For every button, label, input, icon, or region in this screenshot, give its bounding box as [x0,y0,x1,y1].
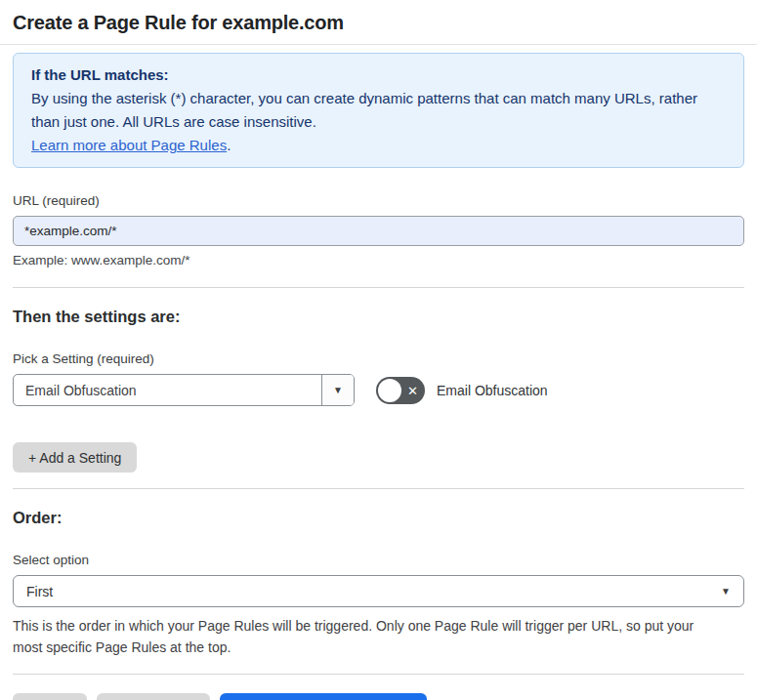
dropdown-arrow-icon: ▼ [333,386,343,395]
toggle-off-x-icon: ✕ [407,384,418,396]
order-helper-text: This is the order in which your Page Rul… [13,615,726,658]
cancel-button[interactable]: Cancel [13,693,87,700]
email-obfuscation-toggle[interactable]: ✕ [376,377,425,404]
section-divider [13,287,744,288]
order-section-heading: Order: [13,509,744,527]
url-field-label: URL (required) [13,193,744,208]
settings-section-heading: Then the settings are: [13,308,744,326]
order-select[interactable]: First ▼ [13,575,744,607]
url-input[interactable] [13,216,744,246]
info-box-link-line: Learn more about Page Rules. [31,134,726,157]
footer-divider [13,674,744,675]
footer-actions: Cancel Save as Draft Save and Deploy Pag… [13,693,744,700]
title-divider [0,44,757,45]
setting-select[interactable]: Email Obfuscation ▼ [13,374,355,406]
link-suffix: . [227,137,231,153]
url-example-helper: Example: www.example.com/* [13,253,744,268]
toggle-label: Email Obfuscation [437,383,548,398]
learn-more-link[interactable]: Learn more about Page Rules [31,137,227,153]
url-match-info-box: If the URL matches: By using the asteris… [13,53,744,168]
setting-row: Email Obfuscation ▼ ✕ Email Obfuscation [13,374,744,406]
setting-select-arrow-button[interactable]: ▼ [321,375,354,405]
section-divider [13,488,744,489]
pick-setting-label: Pick a Setting (required) [13,351,744,366]
order-select-value: First [26,584,53,599]
save-as-draft-button[interactable]: Save as Draft [97,693,211,700]
info-box-heading: If the URL matches: [31,63,726,87]
order-select-label: Select option [13,553,744,567]
setting-select-value: Email Obfuscation [14,375,321,405]
toggle-knob [378,379,401,402]
dropdown-arrow-icon: ▼ [721,587,731,597]
info-box-body: By using the asterisk (*) character, you… [31,87,726,134]
save-and-deploy-button[interactable]: Save and Deploy Page Rule [220,693,427,700]
add-setting-button[interactable]: + Add a Setting [13,442,137,473]
page-title: Create a Page Rule for example.com [13,12,744,34]
